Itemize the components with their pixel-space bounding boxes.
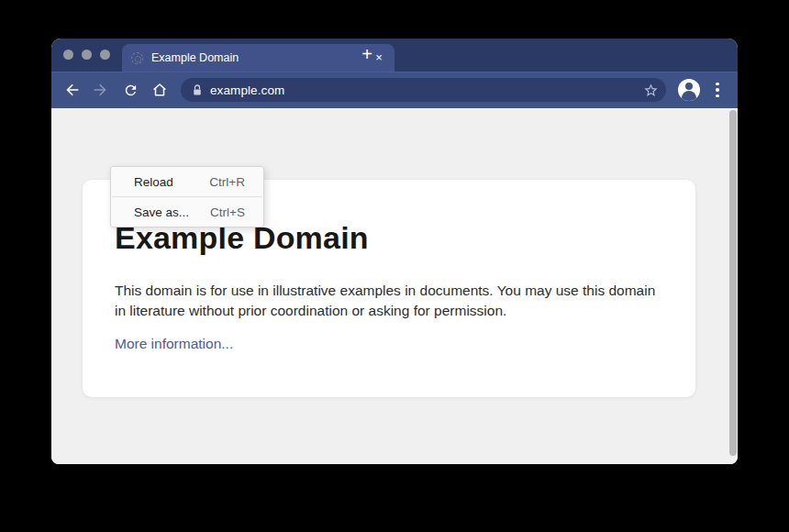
tab-favicon-icon xyxy=(131,52,143,64)
context-menu: Reload Ctrl+R Save as... Ctrl+S xyxy=(110,166,264,227)
reload-icon xyxy=(123,83,139,98)
star-icon xyxy=(643,83,659,98)
tab-title: Example Domain xyxy=(151,51,371,64)
address-bar[interactable]: example.com xyxy=(181,78,666,102)
page-body-text: This domain is for use in illustrative e… xyxy=(115,281,658,322)
forward-button[interactable] xyxy=(90,79,112,101)
maximize-window-button[interactable] xyxy=(100,50,110,60)
vertical-scrollbar[interactable] xyxy=(729,110,737,456)
home-button[interactable] xyxy=(149,79,171,101)
reload-button[interactable] xyxy=(119,79,141,101)
minimize-window-button[interactable] xyxy=(82,50,92,60)
profile-avatar[interactable] xyxy=(678,79,700,101)
close-window-button[interactable] xyxy=(63,50,73,60)
menu-item-label: Save as... xyxy=(134,205,189,219)
desktop-background: Example Domain × + xyxy=(0,0,789,532)
menu-item-shortcut: Ctrl+R xyxy=(209,175,245,189)
more-information-link[interactable]: More information... xyxy=(115,336,233,352)
context-menu-item-save-as[interactable]: Save as... Ctrl+S xyxy=(111,197,263,227)
avatar-person-icon xyxy=(685,83,693,90)
menu-item-shortcut: Ctrl+S xyxy=(210,205,245,219)
url-text: example.com xyxy=(210,83,284,97)
home-icon xyxy=(151,82,168,98)
new-tab-button[interactable]: + xyxy=(354,42,380,68)
traffic-lights xyxy=(63,50,110,60)
page-viewport: Example Domain This domain is for use in… xyxy=(51,108,738,464)
menu-item-label: Reload xyxy=(134,175,173,189)
lock-icon xyxy=(192,84,203,96)
tab-strip: Example Domain × + xyxy=(51,39,738,72)
back-arrow-icon xyxy=(63,82,80,98)
bookmark-star-button[interactable] xyxy=(641,81,660,99)
back-button[interactable] xyxy=(61,79,83,101)
browser-menu-button[interactable] xyxy=(709,79,726,101)
kebab-menu-icon xyxy=(716,83,719,86)
browser-window: Example Domain × + xyxy=(51,39,738,464)
forward-arrow-icon xyxy=(93,82,109,98)
context-menu-item-reload[interactable]: Reload Ctrl+R xyxy=(111,167,263,196)
browser-toolbar: example.com xyxy=(51,72,738,108)
